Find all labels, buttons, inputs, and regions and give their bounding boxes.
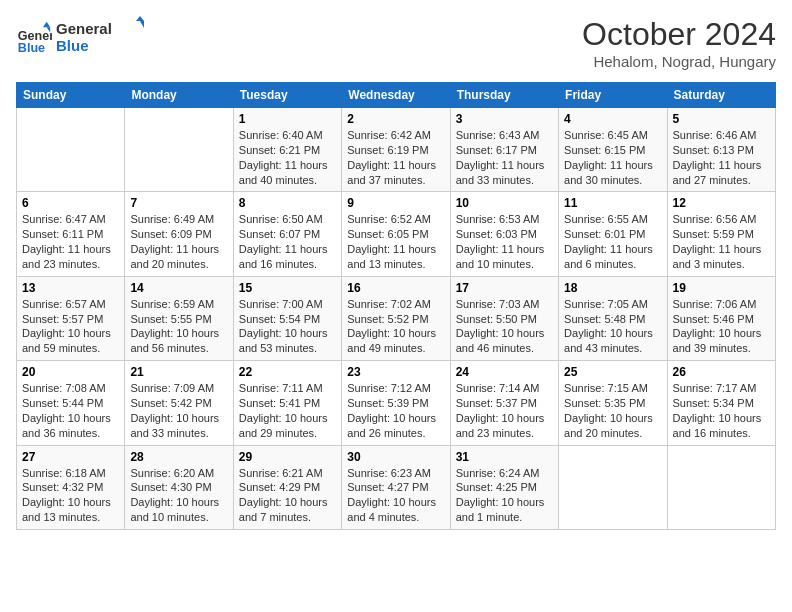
day-number: 11 xyxy=(564,196,661,210)
day-info: Sunrise: 6:50 AMSunset: 6:07 PMDaylight:… xyxy=(239,212,336,271)
calendar-body: 1Sunrise: 6:40 AMSunset: 6:21 PMDaylight… xyxy=(17,108,776,530)
day-info: Sunrise: 6:45 AMSunset: 6:15 PMDaylight:… xyxy=(564,128,661,187)
day-info: Sunrise: 7:09 AMSunset: 5:42 PMDaylight:… xyxy=(130,381,227,440)
day-info: Sunrise: 6:46 AMSunset: 6:13 PMDaylight:… xyxy=(673,128,770,187)
day-number: 12 xyxy=(673,196,770,210)
day-number: 18 xyxy=(564,281,661,295)
day-number: 28 xyxy=(130,450,227,464)
day-cell: 18Sunrise: 7:05 AMSunset: 5:48 PMDayligh… xyxy=(559,276,667,360)
svg-marker-7 xyxy=(140,21,144,28)
col-header-thursday: Thursday xyxy=(450,83,558,108)
day-cell: 27Sunrise: 6:18 AMSunset: 4:32 PMDayligh… xyxy=(17,445,125,529)
day-info: Sunrise: 6:20 AMSunset: 4:30 PMDaylight:… xyxy=(130,466,227,525)
logo-svg: General Blue xyxy=(56,16,146,56)
day-info: Sunrise: 7:00 AMSunset: 5:54 PMDaylight:… xyxy=(239,297,336,356)
day-number: 17 xyxy=(456,281,553,295)
day-number: 16 xyxy=(347,281,444,295)
day-info: Sunrise: 7:08 AMSunset: 5:44 PMDaylight:… xyxy=(22,381,119,440)
day-info: Sunrise: 7:03 AMSunset: 5:50 PMDaylight:… xyxy=(456,297,553,356)
day-number: 8 xyxy=(239,196,336,210)
day-cell: 6Sunrise: 6:47 AMSunset: 6:11 PMDaylight… xyxy=(17,192,125,276)
day-number: 15 xyxy=(239,281,336,295)
day-number: 23 xyxy=(347,365,444,379)
day-number: 13 xyxy=(22,281,119,295)
calendar-header: SundayMondayTuesdayWednesdayThursdayFrid… xyxy=(17,83,776,108)
day-cell: 13Sunrise: 6:57 AMSunset: 5:57 PMDayligh… xyxy=(17,276,125,360)
day-number: 30 xyxy=(347,450,444,464)
day-cell: 30Sunrise: 6:23 AMSunset: 4:27 PMDayligh… xyxy=(342,445,450,529)
day-cell: 1Sunrise: 6:40 AMSunset: 6:21 PMDaylight… xyxy=(233,108,341,192)
day-info: Sunrise: 7:17 AMSunset: 5:34 PMDaylight:… xyxy=(673,381,770,440)
day-info: Sunrise: 6:42 AMSunset: 6:19 PMDaylight:… xyxy=(347,128,444,187)
day-info: Sunrise: 7:12 AMSunset: 5:39 PMDaylight:… xyxy=(347,381,444,440)
day-cell: 26Sunrise: 7:17 AMSunset: 5:34 PMDayligh… xyxy=(667,361,775,445)
day-number: 24 xyxy=(456,365,553,379)
svg-text:General: General xyxy=(56,20,112,37)
day-number: 7 xyxy=(130,196,227,210)
day-cell: 8Sunrise: 6:50 AMSunset: 6:07 PMDaylight… xyxy=(233,192,341,276)
day-number: 6 xyxy=(22,196,119,210)
col-header-monday: Monday xyxy=(125,83,233,108)
week-row-4: 20Sunrise: 7:08 AMSunset: 5:44 PMDayligh… xyxy=(17,361,776,445)
day-cell: 3Sunrise: 6:43 AMSunset: 6:17 PMDaylight… xyxy=(450,108,558,192)
month-title: October 2024 xyxy=(582,16,776,53)
day-info: Sunrise: 6:21 AMSunset: 4:29 PMDaylight:… xyxy=(239,466,336,525)
day-cell: 23Sunrise: 7:12 AMSunset: 5:39 PMDayligh… xyxy=(342,361,450,445)
logo: General Blue General Blue xyxy=(16,16,146,60)
day-info: Sunrise: 6:56 AMSunset: 5:59 PMDaylight:… xyxy=(673,212,770,271)
day-number: 2 xyxy=(347,112,444,126)
day-number: 3 xyxy=(456,112,553,126)
page-header: General Blue General Blue October 2024 H… xyxy=(16,16,776,70)
svg-text:Blue: Blue xyxy=(56,37,89,54)
day-cell: 4Sunrise: 6:45 AMSunset: 6:15 PMDaylight… xyxy=(559,108,667,192)
day-cell: 22Sunrise: 7:11 AMSunset: 5:41 PMDayligh… xyxy=(233,361,341,445)
day-info: Sunrise: 6:40 AMSunset: 6:21 PMDaylight:… xyxy=(239,128,336,187)
day-cell: 21Sunrise: 7:09 AMSunset: 5:42 PMDayligh… xyxy=(125,361,233,445)
day-cell: 17Sunrise: 7:03 AMSunset: 5:50 PMDayligh… xyxy=(450,276,558,360)
day-cell: 12Sunrise: 6:56 AMSunset: 5:59 PMDayligh… xyxy=(667,192,775,276)
day-cell: 28Sunrise: 6:20 AMSunset: 4:30 PMDayligh… xyxy=(125,445,233,529)
week-row-2: 6Sunrise: 6:47 AMSunset: 6:11 PMDaylight… xyxy=(17,192,776,276)
day-number: 5 xyxy=(673,112,770,126)
day-cell: 9Sunrise: 6:52 AMSunset: 6:05 PMDaylight… xyxy=(342,192,450,276)
week-row-1: 1Sunrise: 6:40 AMSunset: 6:21 PMDaylight… xyxy=(17,108,776,192)
day-cell xyxy=(17,108,125,192)
day-cell: 7Sunrise: 6:49 AMSunset: 6:09 PMDaylight… xyxy=(125,192,233,276)
day-number: 10 xyxy=(456,196,553,210)
day-cell: 25Sunrise: 7:15 AMSunset: 5:35 PMDayligh… xyxy=(559,361,667,445)
svg-marker-2 xyxy=(43,22,50,27)
day-info: Sunrise: 7:02 AMSunset: 5:52 PMDaylight:… xyxy=(347,297,444,356)
day-number: 27 xyxy=(22,450,119,464)
day-cell: 11Sunrise: 6:55 AMSunset: 6:01 PMDayligh… xyxy=(559,192,667,276)
day-cell: 2Sunrise: 6:42 AMSunset: 6:19 PMDaylight… xyxy=(342,108,450,192)
day-cell xyxy=(125,108,233,192)
day-number: 1 xyxy=(239,112,336,126)
day-number: 4 xyxy=(564,112,661,126)
day-number: 29 xyxy=(239,450,336,464)
day-number: 21 xyxy=(130,365,227,379)
title-block: October 2024 Hehalom, Nograd, Hungary xyxy=(582,16,776,70)
day-info: Sunrise: 6:59 AMSunset: 5:55 PMDaylight:… xyxy=(130,297,227,356)
day-number: 20 xyxy=(22,365,119,379)
day-info: Sunrise: 7:15 AMSunset: 5:35 PMDaylight:… xyxy=(564,381,661,440)
day-info: Sunrise: 7:11 AMSunset: 5:41 PMDaylight:… xyxy=(239,381,336,440)
day-cell xyxy=(559,445,667,529)
day-cell: 29Sunrise: 6:21 AMSunset: 4:29 PMDayligh… xyxy=(233,445,341,529)
week-row-5: 27Sunrise: 6:18 AMSunset: 4:32 PMDayligh… xyxy=(17,445,776,529)
day-number: 31 xyxy=(456,450,553,464)
day-info: Sunrise: 6:57 AMSunset: 5:57 PMDaylight:… xyxy=(22,297,119,356)
day-info: Sunrise: 7:05 AMSunset: 5:48 PMDaylight:… xyxy=(564,297,661,356)
col-header-saturday: Saturday xyxy=(667,83,775,108)
day-info: Sunrise: 6:53 AMSunset: 6:03 PMDaylight:… xyxy=(456,212,553,271)
week-row-3: 13Sunrise: 6:57 AMSunset: 5:57 PMDayligh… xyxy=(17,276,776,360)
day-cell: 5Sunrise: 6:46 AMSunset: 6:13 PMDaylight… xyxy=(667,108,775,192)
logo-icon: General Blue xyxy=(16,20,52,56)
svg-marker-6 xyxy=(136,16,144,21)
day-number: 9 xyxy=(347,196,444,210)
day-info: Sunrise: 7:14 AMSunset: 5:37 PMDaylight:… xyxy=(456,381,553,440)
day-cell xyxy=(667,445,775,529)
col-header-friday: Friday xyxy=(559,83,667,108)
day-number: 22 xyxy=(239,365,336,379)
day-info: Sunrise: 6:47 AMSunset: 6:11 PMDaylight:… xyxy=(22,212,119,271)
day-info: Sunrise: 6:55 AMSunset: 6:01 PMDaylight:… xyxy=(564,212,661,271)
